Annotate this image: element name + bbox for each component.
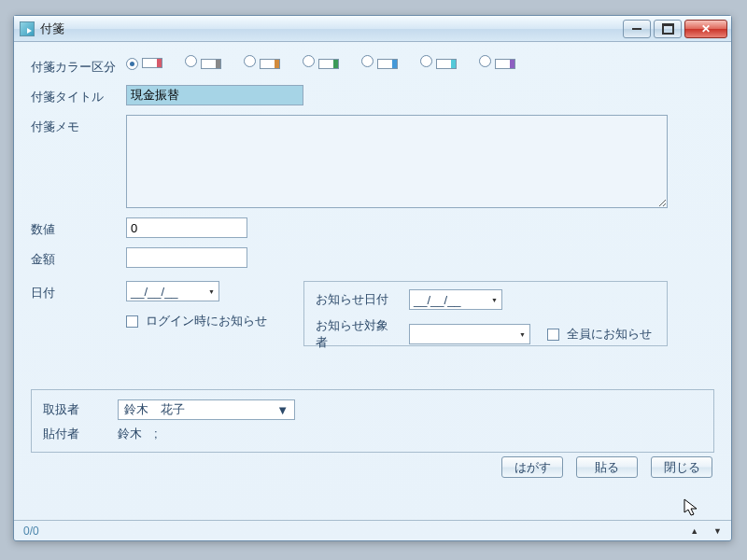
peel-button[interactable]: はがす <box>501 456 563 478</box>
login-notice-label: ログイン時にお知らせ <box>146 314 267 328</box>
sticky-note-dialog: 付箋 付箋カラー区分 付箋タイトル 付箋メモ <box>13 15 732 541</box>
action-buttons: はがす 貼る 閉じる <box>31 453 714 478</box>
color-option-blue[interactable] <box>361 55 398 70</box>
notice-target-label: お知らせ対象者 <box>316 317 400 351</box>
chevron-down-icon: ▼ <box>491 297 498 303</box>
titlebar[interactable]: 付箋 <box>14 16 731 42</box>
chevron-down-icon: ▼ <box>519 331 526 338</box>
handler-row: 取扱者 鈴木 花子 ▼ <box>43 399 702 420</box>
notice-all-label: 全員にお知らせ <box>567 327 652 341</box>
handler-combo[interactable]: 鈴木 花子 ▼ <box>118 399 295 420</box>
checkbox-icon <box>547 329 559 341</box>
color-option-orange[interactable] <box>244 55 280 70</box>
color-option-gray[interactable] <box>185 55 221 70</box>
swatch-icon <box>377 59 398 69</box>
notice-target-combo[interactable]: ▼ <box>409 324 530 344</box>
swatch-icon <box>318 59 339 69</box>
notice-all-check[interactable]: 全員にお知らせ <box>547 326 652 343</box>
color-option-red[interactable] <box>126 55 162 70</box>
date-combo[interactable]: __/__/__ ▼ <box>126 281 219 301</box>
radio-icon <box>479 55 491 67</box>
memo-label: 付箋メモ <box>31 115 126 135</box>
login-notice-check[interactable]: ログイン時にお知らせ <box>126 313 303 329</box>
radio-icon <box>244 55 256 67</box>
number-row: 数値 <box>31 217 714 238</box>
color-option-green[interactable] <box>303 55 339 70</box>
checkbox-icon <box>126 315 138 328</box>
color-label: 付箋カラー区分 <box>31 55 126 76</box>
radio-icon <box>185 55 197 67</box>
swatch-icon <box>142 58 162 68</box>
notice-date-value: __/__/__ <box>414 293 461 307</box>
nav-down-icon[interactable]: ▼ <box>713 526 722 536</box>
swatch-icon <box>495 59 515 69</box>
radio-icon <box>420 55 432 67</box>
statusbar: 0/0 ▲ ▼ <box>14 520 731 540</box>
handler-groupbox: 取扱者 鈴木 花子 ▼ 貼付者 鈴木 ; <box>31 389 714 453</box>
radio-icon <box>361 55 374 67</box>
date-notice-row: 日付 __/__/__ ▼ ログイン時にお知らせ お知らせ日付 __/__/__… <box>31 281 714 346</box>
swatch-icon <box>436 59 457 69</box>
record-counter: 0/0 <box>23 525 39 538</box>
color-row: 付箋カラー区分 <box>31 55 714 76</box>
radio-icon <box>303 55 315 67</box>
title-label: 付箋タイトル <box>31 85 126 105</box>
maximize-button[interactable] <box>654 20 682 38</box>
poster-value: 鈴木 ; <box>118 426 158 442</box>
window-title: 付箋 <box>40 21 623 37</box>
handler-value: 鈴木 花子 <box>124 401 185 418</box>
handler-label: 取扱者 <box>43 401 108 418</box>
date-value: __/__/__ <box>131 285 178 299</box>
notice-groupbox: お知らせ日付 __/__/__ ▼ お知らせ対象者 ▼ 全員にお知らせ <box>303 281 668 346</box>
swatch-icon <box>201 59 221 69</box>
swatch-icon <box>260 59 280 69</box>
title-row: 付箋タイトル <box>31 85 714 105</box>
date-label: 日付 <box>31 281 126 301</box>
radio-icon <box>126 58 138 70</box>
notice-target-row: お知らせ対象者 ▼ 全員にお知らせ <box>316 317 655 351</box>
chevron-down-icon: ▼ <box>276 403 289 417</box>
paste-button[interactable]: 貼る <box>576 456 638 478</box>
number-label: 数値 <box>31 217 126 238</box>
close-window-button[interactable] <box>684 20 727 38</box>
number-input[interactable] <box>126 217 247 238</box>
notice-date-row: お知らせ日付 __/__/__ ▼ <box>316 289 655 310</box>
memo-row: 付箋メモ <box>31 115 714 208</box>
app-icon <box>20 21 35 36</box>
close-button[interactable]: 閉じる <box>651 456 712 478</box>
nav-arrows: ▲ ▼ <box>690 526 722 536</box>
minimize-button[interactable] <box>623 20 651 38</box>
chevron-down-icon: ▼ <box>208 288 215 295</box>
window-controls <box>623 20 729 38</box>
color-options <box>126 55 515 70</box>
poster-label: 貼付者 <box>43 426 108 442</box>
color-option-purple[interactable] <box>479 55 515 70</box>
poster-row: 貼付者 鈴木 ; <box>43 426 702 442</box>
amount-row: 金額 <box>31 247 714 268</box>
amount-input[interactable] <box>126 247 247 268</box>
nav-up-icon[interactable]: ▲ <box>690 526 698 536</box>
memo-textarea[interactable] <box>126 115 668 208</box>
amount-label: 金額 <box>31 247 126 268</box>
notice-date-label: お知らせ日付 <box>316 291 400 308</box>
color-option-cyan[interactable] <box>420 55 457 70</box>
notice-date-combo[interactable]: __/__/__ ▼ <box>409 289 502 310</box>
title-input[interactable] <box>126 85 303 105</box>
date-column: __/__/__ ▼ ログイン時にお知らせ <box>126 281 303 329</box>
content-area: 付箋カラー区分 付箋タイトル 付箋メモ 数値 金額 <box>14 42 731 520</box>
